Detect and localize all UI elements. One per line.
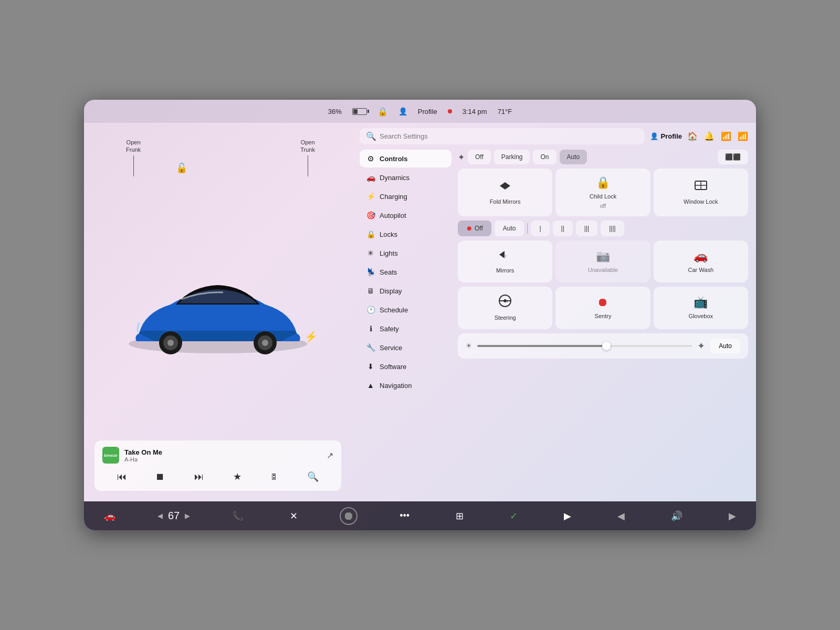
- bell-icon[interactable]: 🔔: [704, 131, 715, 141]
- service-icon: 🔧: [366, 343, 375, 352]
- nav-item-dynamics[interactable]: 🚗 Dynamics: [360, 169, 452, 186]
- bluetooth-icon[interactable]: 📶: [721, 131, 731, 141]
- child-lock-tile[interactable]: 🔒 Child Lock off: [555, 169, 650, 216]
- mirrors-label: Mirrors: [496, 267, 514, 274]
- charging-icon: ⚡: [366, 192, 375, 201]
- dynamics-icon: 🚗: [366, 173, 375, 182]
- home-icon[interactable]: 🏠: [687, 131, 698, 141]
- music-app-logo: breeze: [102, 447, 119, 464]
- unavailable-label: Unavailable: [588, 266, 618, 274]
- nav-item-schedule[interactable]: 🕐 Schedule: [360, 301, 452, 319]
- cast-icon[interactable]: ↗: [327, 450, 333, 460]
- taskbar-dots[interactable]: •••: [395, 508, 414, 524]
- taskbar-vol-next[interactable]: ▶: [724, 508, 740, 524]
- unavailable-icon: 📷: [596, 249, 610, 263]
- tile-grid-row3: ↕ Steering ⏺ Sentry 📺 Glovebox: [458, 287, 748, 329]
- search-icon: 🔍: [366, 131, 376, 141]
- nav-item-software[interactable]: ⬇ Software: [360, 358, 452, 375]
- light-auto-button[interactable]: Auto: [560, 150, 587, 164]
- taskbar-volume[interactable]: 🔊: [667, 508, 687, 524]
- nav-item-navigation[interactable]: ▲ Navigation: [360, 376, 452, 394]
- fold-mirrors-label: Fold Mirrors: [490, 198, 521, 205]
- nav-item-locks[interactable]: 🔒 Locks: [360, 225, 452, 243]
- wiper-off-button[interactable]: ⏺ Off: [458, 220, 491, 236]
- wiper-3-button[interactable]: |||: [576, 220, 597, 236]
- fold-mirrors-tile[interactable]: Fold Mirrors: [458, 169, 552, 216]
- svg-text:↕: ↕: [506, 299, 508, 303]
- wiper-1-button[interactable]: |: [531, 220, 549, 236]
- search-area: 🔍: [360, 128, 645, 144]
- controls-icon: ⊙: [366, 154, 375, 163]
- nav-item-service[interactable]: 🔧 Service: [360, 339, 452, 356]
- header-profile[interactable]: 👤 Profile: [650, 132, 682, 140]
- taskbar-check[interactable]: ✓: [506, 508, 522, 524]
- brightness-slider[interactable]: [477, 345, 692, 347]
- stop-button[interactable]: ⏹: [151, 469, 169, 485]
- controls-panel: ✦ Off Parking On Auto ⬛⬛ Fold Mi: [458, 150, 748, 496]
- favorite-button[interactable]: ★: [229, 469, 246, 485]
- light-on-button[interactable]: On: [533, 150, 556, 164]
- nav-item-controls[interactable]: ⊙ Controls: [360, 150, 452, 167]
- nav-item-autopilot[interactable]: 🎯 Autopilot: [360, 206, 452, 224]
- window-lock-label: Window Lock: [684, 198, 718, 205]
- locks-icon: 🔒: [366, 230, 375, 238]
- taskbar-x[interactable]: ✕: [286, 508, 302, 524]
- wiper-2-button[interactable]: ||: [553, 220, 573, 236]
- wiper-4-button[interactable]: ||||: [601, 220, 624, 236]
- taskbar-media[interactable]: ▶: [560, 508, 575, 524]
- nav-item-seats[interactable]: 💺 Seats: [360, 263, 452, 281]
- mirrors-tile[interactable]: ↕ Mirrors: [458, 240, 552, 282]
- music-artist: A-Ha: [124, 456, 321, 463]
- svg-text:↕: ↕: [505, 254, 507, 258]
- search-music-button[interactable]: 🔍: [303, 469, 323, 485]
- window-lock-tile[interactable]: Window Lock: [654, 169, 748, 216]
- auto-display-button[interactable]: ⬛⬛: [718, 150, 748, 164]
- taskbar-phone[interactable]: 📞: [228, 508, 248, 524]
- wiper-auto-button[interactable]: Auto: [495, 220, 524, 236]
- nav-item-safety[interactable]: ℹ Safety: [360, 320, 452, 338]
- nav-item-lights[interactable]: ✳ Lights: [360, 244, 452, 262]
- music-controls: ⏮ ⏹ ⏭ ★ 🎛 🔍: [102, 469, 333, 485]
- charge-icon: ⚡: [304, 330, 318, 343]
- light-off-button[interactable]: Off: [468, 150, 491, 164]
- prev-track-button[interactable]: ⏮: [113, 469, 131, 485]
- glovebox-tile[interactable]: 📺 Glovebox: [654, 287, 748, 329]
- brightness-thumb[interactable]: [602, 342, 611, 350]
- taskbar-camera[interactable]: ⏺: [340, 507, 358, 525]
- next-track-button[interactable]: ⏭: [190, 469, 208, 485]
- speed-down-chevron[interactable]: ◀: [158, 512, 163, 520]
- brightness-auto-button[interactable]: Auto: [710, 339, 740, 353]
- signal-icon[interactable]: 📶: [738, 131, 748, 141]
- tile-grid-row1: Fold Mirrors 🔒 Child Lock off Window Loc…: [458, 169, 748, 216]
- nav-item-charging[interactable]: ⚡ Charging: [360, 187, 452, 205]
- brightness-low-icon: ☀: [466, 342, 472, 350]
- wiper-separator: [527, 223, 528, 234]
- car-wash-tile[interactable]: 🚗 Car Wash: [654, 240, 748, 282]
- steering-tile[interactable]: ↕ Steering: [458, 287, 552, 329]
- taskbar-grid[interactable]: ⊞: [452, 508, 468, 524]
- tile-grid-row2: ↕ Mirrors 📷 Unavailable 🚗 Car Wash: [458, 240, 748, 282]
- eq-button[interactable]: 🎛: [266, 470, 282, 483]
- lights-icon: ✳: [366, 249, 375, 257]
- child-lock-icon: 🔒: [596, 176, 610, 190]
- nav-item-display[interactable]: 🖥 Display: [360, 282, 452, 300]
- sentry-tile[interactable]: ⏺ Sentry: [555, 287, 650, 329]
- taskbar-vol-prev[interactable]: ◀: [613, 508, 629, 524]
- schedule-icon: 🕐: [366, 306, 375, 314]
- speed-up-chevron[interactable]: ▶: [185, 512, 190, 520]
- brightness-row: ☀ ✦ Auto: [458, 333, 748, 359]
- car-svg: [118, 260, 318, 365]
- autopilot-icon: 🎯: [366, 211, 375, 219]
- brightness-high-icon: ✦: [697, 340, 705, 352]
- open-frunk-label[interactable]: Open Frunk: [126, 139, 141, 178]
- recording-dot: [448, 109, 452, 113]
- light-parking-button[interactable]: Parking: [494, 150, 530, 164]
- lock-icon: 🔓: [176, 162, 187, 174]
- open-trunk-label[interactable]: Open Trunk: [300, 139, 315, 178]
- wiper-row: ⏺ Off Auto | || ||| ||||: [458, 220, 748, 236]
- search-input[interactable]: [380, 132, 638, 140]
- taskbar-car[interactable]: 🚗: [100, 508, 120, 524]
- steering-icon: ↕: [498, 294, 512, 311]
- window-lock-icon: [694, 180, 708, 195]
- right-panel: 🔍 👤 Profile 🏠 🔔 📶 📶: [352, 123, 756, 501]
